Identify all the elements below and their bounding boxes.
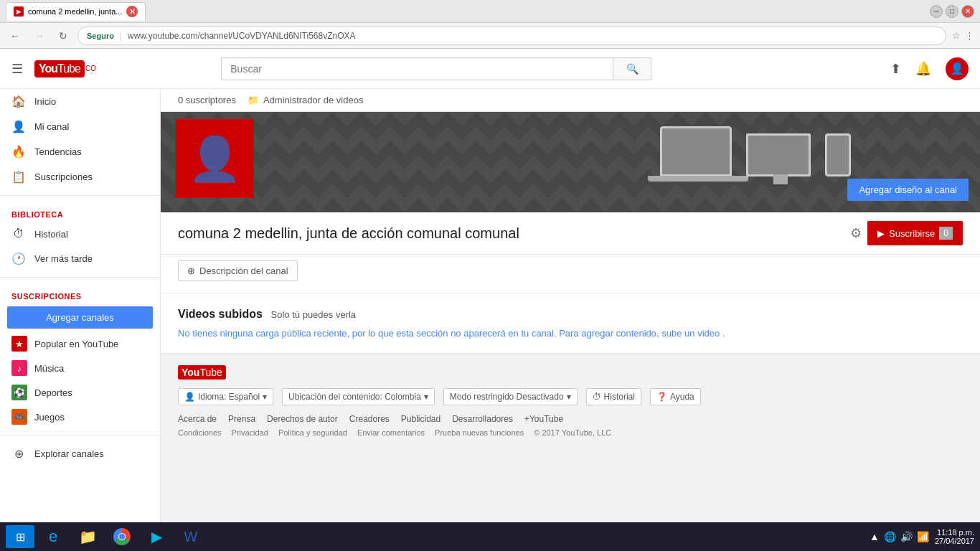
footer-link-prensa[interactable]: Prensa — [228, 414, 255, 424]
sidebar-divider-2 — [0, 277, 160, 278]
sidebar: 🏠 Inicio 👤 Mi canal 🔥 Tendencias 📋 Suscr… — [0, 89, 161, 522]
help-label: Ayuda — [670, 392, 694, 402]
footer-link-creadores[interactable]: Creadores — [349, 414, 390, 424]
footer-controls: 👤 Idioma: Español ▾ Ubicación del conten… — [178, 388, 963, 405]
sidebar-item-juegos[interactable]: 🎮 Juegos — [0, 405, 160, 429]
chevron-down-icon: ▾ — [263, 392, 267, 402]
header-icons: ⬆ 🔔 👤 — [890, 57, 969, 80]
sidebar-label-popular: Popular en YouTube — [34, 339, 118, 349]
channel-meta-bar: 0 suscriptores 📁 Administrador de videos — [161, 89, 980, 112]
footer-sub-link-politica[interactable]: Política y seguridad — [278, 428, 347, 437]
sidebar-label-mi-canal: Mi canal — [34, 121, 69, 132]
browser-titlebar: ▶ comuna 2 medellin, junta... ✕ ─ □ ✕ — [0, 0, 980, 23]
tab-favicon-icon: ▶ — [14, 6, 24, 17]
sidebar-item-popular[interactable]: ★ Popular en YouTube — [0, 331, 160, 356]
subscribe-button[interactable]: ▶ Suscribirse 0 — [867, 221, 963, 245]
restricted-mode-button[interactable]: Modo restringido Desactivado ▾ — [443, 388, 578, 405]
phone-device-icon — [825, 133, 851, 176]
language-label: Idioma: Español — [198, 392, 260, 402]
games-icon: 🎮 — [11, 409, 27, 425]
footer-sub-link-privacidad[interactable]: Privacidad — [232, 428, 268, 437]
sidebar-item-musica[interactable]: ♪ Música — [0, 356, 160, 380]
close-button[interactable]: ✕ — [961, 5, 974, 18]
videos-empty-message: No tienes ninguna carga pública reciente… — [178, 328, 963, 339]
laptop-device-icon — [660, 126, 732, 176]
user-avatar[interactable]: 👤 — [946, 57, 969, 80]
footer-logo: YouTube — [178, 365, 963, 380]
settings-icon[interactable]: ⚙ — [850, 225, 862, 241]
sidebar-item-mi-canal[interactable]: 👤 Mi canal — [0, 114, 160, 139]
sidebar-label-historial: Historial — [34, 229, 68, 240]
channel-art: 👤 Agregar diseño al canal — [161, 112, 980, 212]
explore-icon: ⊕ — [11, 447, 26, 461]
upload-icon[interactable]: ⬆ — [890, 61, 901, 77]
add-channels-button[interactable]: Agregar canales — [7, 306, 153, 329]
sidebar-label-explorar: Explorar canales — [34, 448, 104, 459]
sidebar-item-suscripciones[interactable]: 📋 Suscripciones — [0, 164, 160, 189]
footer-link-publicidad[interactable]: Publicidad — [401, 414, 440, 424]
help-button[interactable]: ❓ Ayuda — [650, 388, 701, 405]
footer-sub-link-condiciones[interactable]: Condiciones — [178, 428, 222, 437]
trending-icon: 🔥 — [11, 145, 26, 159]
add-design-button[interactable]: Agregar diseño al canal — [847, 179, 969, 201]
videos-upload-link[interactable]: sube un video — [661, 328, 720, 339]
description-section: ⊕ Descripción del canal — [161, 255, 980, 293]
history-button[interactable]: ⏱ Historial — [586, 388, 641, 405]
videos-empty-text-1: No tienes ninguna carga pública reciente… — [178, 328, 659, 339]
search-button[interactable]: 🔍 — [613, 57, 651, 80]
youtube-logo[interactable]: YouTube CO — [34, 60, 96, 77]
footer-link-desarrolladores[interactable]: Desarrolladores — [452, 414, 513, 424]
footer-sub-link-prueba[interactable]: Prueba nuevas funciones — [435, 428, 524, 437]
channel-title: comuna 2 medellin, junta de acción comun… — [178, 225, 850, 242]
notifications-icon[interactable]: 🔔 — [915, 61, 931, 77]
language-button[interactable]: 👤 Idioma: Español ▾ — [178, 388, 273, 405]
tab-title: comuna 2 medellin, junta... — [28, 7, 122, 16]
channel-avatar-large: 👤 — [175, 119, 254, 198]
tab-close-button[interactable]: ✕ — [126, 6, 138, 17]
bookmark-icon[interactable]: ☆ — [952, 30, 961, 41]
videos-title: Videos subidos — [178, 308, 263, 320]
secure-badge: Seguro — [87, 32, 114, 40]
sidebar-item-deportes[interactable]: ⚽ Deportes — [0, 380, 160, 405]
footer-link-plus-youtube[interactable]: +YouTube — [524, 414, 563, 424]
url-path: /channel/UCoVDYANLd6NITi568vZnOXA — [197, 31, 355, 41]
person-icon: 👤 — [11, 120, 26, 133]
history-icon-footer: ⏱ — [593, 392, 601, 402]
sidebar-label-deportes: Deportes — [34, 387, 72, 398]
tv-device-icon — [746, 133, 811, 176]
footer-sub-links: Condiciones Privacidad Política y seguri… — [178, 428, 963, 437]
description-button[interactable]: ⊕ Descripción del canal — [178, 260, 298, 281]
videos-subtitle: Solo tú puedes verla — [271, 309, 357, 320]
restricted-label: Modo restringido Desactivado — [450, 392, 564, 402]
search-input[interactable] — [221, 57, 613, 80]
window-controls: ─ □ ✕ — [930, 5, 974, 18]
footer: YouTube 👤 Idioma: Español ▾ Ubicación de… — [161, 353, 980, 448]
url-domain: www.youtube.com — [128, 31, 197, 41]
back-button[interactable]: ← — [6, 29, 24, 43]
hamburger-menu-icon[interactable]: ☰ — [11, 61, 23, 77]
footer-link-derechos[interactable]: Derechos de autor — [267, 414, 338, 424]
channel-art-devices — [660, 126, 851, 176]
home-icon: 🏠 — [11, 95, 26, 108]
admin-videos-link[interactable]: 📁 Administrador de videos — [248, 95, 363, 105]
address-field[interactable]: Seguro | www.youtube.com/channel/UCoVDYA… — [77, 27, 946, 45]
channel-actions: ⚙ ▶ Suscribirse 0 — [850, 221, 963, 245]
add-description-icon: ⊕ — [187, 265, 195, 276]
menu-icon[interactable]: ⋮ — [965, 30, 974, 41]
minimize-button[interactable]: ─ — [930, 5, 943, 18]
history-icon: ⏱ — [11, 227, 26, 240]
sidebar-divider-3 — [0, 435, 160, 435]
forward-button[interactable]: → — [30, 29, 49, 43]
sidebar-item-historial[interactable]: ⏱ Historial — [0, 222, 160, 246]
sidebar-item-explorar-canales[interactable]: ⊕ Explorar canales — [0, 441, 160, 466]
admin-videos-label: Administrador de videos — [263, 95, 363, 105]
maximize-button[interactable]: □ — [946, 5, 958, 18]
location-button[interactable]: Ubicación del contenido: Colombia ▾ — [282, 388, 435, 405]
sidebar-item-tendencias[interactable]: 🔥 Tendencias — [0, 139, 160, 164]
footer-link-acerca[interactable]: Acerca de — [178, 414, 217, 424]
sidebar-item-inicio[interactable]: 🏠 Inicio — [0, 89, 160, 114]
refresh-button[interactable]: ↻ — [55, 29, 72, 43]
browser-tab[interactable]: ▶ comuna 2 medellin, junta... ✕ — [6, 2, 146, 21]
footer-sub-link-comentarios[interactable]: Enviar comentarios — [357, 428, 425, 437]
sidebar-item-ver-mas-tarde[interactable]: 🕐 Ver más tarde — [0, 246, 160, 271]
